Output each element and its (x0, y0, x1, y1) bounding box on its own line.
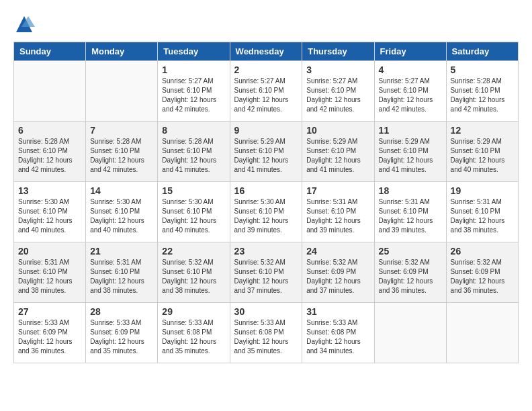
day-info: Sunrise: 5:33 AM Sunset: 6:08 PM Dayligh… (306, 318, 369, 356)
day-cell (446, 303, 518, 363)
day-info: Sunrise: 5:33 AM Sunset: 6:08 PM Dayligh… (162, 318, 225, 356)
day-cell: 16Sunrise: 5:30 AM Sunset: 6:10 PM Dayli… (230, 182, 302, 242)
day-number: 5 (451, 64, 514, 75)
day-info: Sunrise: 5:27 AM Sunset: 6:10 PM Dayligh… (162, 77, 225, 114)
day-number: 24 (306, 246, 369, 257)
day-cell: 8Sunrise: 5:28 AM Sunset: 6:10 PM Daylig… (158, 122, 230, 182)
day-info: Sunrise: 5:27 AM Sunset: 6:10 PM Dayligh… (379, 77, 442, 114)
day-number: 10 (306, 125, 369, 136)
day-cell: 18Sunrise: 5:31 AM Sunset: 6:10 PM Dayli… (374, 182, 446, 242)
week-row-2: 6Sunrise: 5:28 AM Sunset: 6:10 PM Daylig… (14, 122, 519, 182)
day-cell (86, 61, 158, 122)
header-cell-tuesday: Tuesday (158, 42, 230, 61)
day-cell: 3Sunrise: 5:27 AM Sunset: 6:10 PM Daylig… (302, 61, 374, 122)
day-number: 30 (234, 306, 298, 317)
day-info: Sunrise: 5:28 AM Sunset: 6:10 PM Dayligh… (18, 137, 81, 175)
day-cell: 22Sunrise: 5:32 AM Sunset: 6:10 PM Dayli… (158, 242, 230, 303)
day-info: Sunrise: 5:33 AM Sunset: 6:09 PM Dayligh… (90, 318, 153, 356)
day-info: Sunrise: 5:31 AM Sunset: 6:10 PM Dayligh… (18, 258, 81, 295)
day-cell (374, 303, 446, 363)
day-number: 6 (18, 125, 81, 136)
day-number: 15 (162, 185, 225, 196)
day-info: Sunrise: 5:31 AM Sunset: 6:10 PM Dayligh… (90, 258, 153, 295)
day-number: 7 (90, 125, 153, 136)
day-number: 31 (306, 306, 369, 317)
calendar-header: SundayMondayTuesdayWednesdayThursdayFrid… (14, 42, 519, 61)
day-info: Sunrise: 5:31 AM Sunset: 6:10 PM Dayligh… (379, 197, 442, 235)
day-info: Sunrise: 5:33 AM Sunset: 6:09 PM Dayligh… (18, 318, 81, 356)
day-cell: 28Sunrise: 5:33 AM Sunset: 6:09 PM Dayli… (86, 303, 158, 363)
day-cell: 10Sunrise: 5:29 AM Sunset: 6:10 PM Dayli… (302, 122, 374, 182)
day-info: Sunrise: 5:29 AM Sunset: 6:10 PM Dayligh… (234, 137, 298, 175)
day-cell: 9Sunrise: 5:29 AM Sunset: 6:10 PM Daylig… (230, 122, 302, 182)
day-number: 3 (306, 64, 369, 75)
day-number: 14 (90, 185, 153, 196)
day-info: Sunrise: 5:31 AM Sunset: 6:10 PM Dayligh… (306, 197, 369, 235)
week-row-3: 13Sunrise: 5:30 AM Sunset: 6:10 PM Dayli… (14, 182, 519, 242)
day-info: Sunrise: 5:29 AM Sunset: 6:10 PM Dayligh… (451, 137, 514, 175)
day-cell: 12Sunrise: 5:29 AM Sunset: 6:10 PM Dayli… (446, 122, 518, 182)
week-row-1: 1Sunrise: 5:27 AM Sunset: 6:10 PM Daylig… (14, 61, 519, 122)
day-cell: 27Sunrise: 5:33 AM Sunset: 6:09 PM Dayli… (14, 303, 86, 363)
day-cell: 23Sunrise: 5:32 AM Sunset: 6:10 PM Dayli… (230, 242, 302, 303)
day-number: 17 (306, 185, 369, 196)
day-number: 1 (162, 64, 225, 75)
day-number: 18 (379, 185, 442, 196)
day-number: 16 (234, 185, 298, 196)
day-cell: 2Sunrise: 5:27 AM Sunset: 6:10 PM Daylig… (230, 61, 302, 122)
day-info: Sunrise: 5:30 AM Sunset: 6:10 PM Dayligh… (90, 197, 153, 235)
day-cell: 24Sunrise: 5:32 AM Sunset: 6:09 PM Dayli… (302, 242, 374, 303)
day-info: Sunrise: 5:28 AM Sunset: 6:10 PM Dayligh… (90, 137, 153, 175)
day-cell: 1Sunrise: 5:27 AM Sunset: 6:10 PM Daylig… (158, 61, 230, 122)
day-number: 25 (379, 246, 442, 257)
day-cell: 11Sunrise: 5:29 AM Sunset: 6:10 PM Dayli… (374, 122, 446, 182)
day-cell: 20Sunrise: 5:31 AM Sunset: 6:10 PM Dayli… (14, 242, 86, 303)
day-number: 29 (162, 306, 225, 317)
day-number: 13 (18, 185, 81, 196)
day-cell: 5Sunrise: 5:28 AM Sunset: 6:10 PM Daylig… (446, 61, 518, 122)
day-cell: 7Sunrise: 5:28 AM Sunset: 6:10 PM Daylig… (86, 122, 158, 182)
day-info: Sunrise: 5:30 AM Sunset: 6:10 PM Dayligh… (162, 197, 225, 235)
day-info: Sunrise: 5:27 AM Sunset: 6:10 PM Dayligh… (306, 77, 369, 114)
day-number: 8 (162, 125, 225, 136)
day-number: 27 (18, 306, 81, 317)
calendar-table: SundayMondayTuesdayWednesdayThursdayFrid… (13, 42, 519, 363)
day-cell: 21Sunrise: 5:31 AM Sunset: 6:10 PM Dayli… (86, 242, 158, 303)
day-cell: 6Sunrise: 5:28 AM Sunset: 6:10 PM Daylig… (14, 122, 86, 182)
header-cell-monday: Monday (86, 42, 158, 61)
day-info: Sunrise: 5:28 AM Sunset: 6:10 PM Dayligh… (451, 77, 514, 114)
logo-icon (13, 13, 35, 35)
day-number: 19 (451, 185, 514, 196)
day-cell: 25Sunrise: 5:32 AM Sunset: 6:09 PM Dayli… (374, 242, 446, 303)
day-cell: 26Sunrise: 5:32 AM Sunset: 6:09 PM Dayli… (446, 242, 518, 303)
week-row-5: 27Sunrise: 5:33 AM Sunset: 6:09 PM Dayli… (14, 303, 519, 363)
day-number: 12 (451, 125, 514, 136)
page-header (13, 13, 519, 35)
day-cell: 17Sunrise: 5:31 AM Sunset: 6:10 PM Dayli… (302, 182, 374, 242)
day-number: 4 (379, 64, 442, 75)
header-row: SundayMondayTuesdayWednesdayThursdayFrid… (14, 42, 519, 61)
header-cell-thursday: Thursday (302, 42, 374, 61)
day-number: 2 (234, 64, 298, 75)
day-number: 26 (451, 246, 514, 257)
day-number: 22 (162, 246, 225, 257)
calendar-body: 1Sunrise: 5:27 AM Sunset: 6:10 PM Daylig… (14, 61, 519, 363)
day-cell: 15Sunrise: 5:30 AM Sunset: 6:10 PM Dayli… (158, 182, 230, 242)
logo (13, 13, 39, 35)
day-info: Sunrise: 5:27 AM Sunset: 6:10 PM Dayligh… (234, 77, 298, 114)
day-cell: 4Sunrise: 5:27 AM Sunset: 6:10 PM Daylig… (374, 61, 446, 122)
day-cell: 14Sunrise: 5:30 AM Sunset: 6:10 PM Dayli… (86, 182, 158, 242)
day-info: Sunrise: 5:31 AM Sunset: 6:10 PM Dayligh… (451, 197, 514, 235)
day-info: Sunrise: 5:30 AM Sunset: 6:10 PM Dayligh… (18, 197, 81, 235)
day-info: Sunrise: 5:28 AM Sunset: 6:10 PM Dayligh… (162, 137, 225, 175)
day-info: Sunrise: 5:29 AM Sunset: 6:10 PM Dayligh… (306, 137, 369, 175)
day-number: 9 (234, 125, 298, 136)
header-cell-friday: Friday (374, 42, 446, 61)
day-info: Sunrise: 5:32 AM Sunset: 6:09 PM Dayligh… (306, 258, 369, 295)
header-cell-wednesday: Wednesday (230, 42, 302, 61)
day-cell: 13Sunrise: 5:30 AM Sunset: 6:10 PM Dayli… (14, 182, 86, 242)
day-info: Sunrise: 5:29 AM Sunset: 6:10 PM Dayligh… (379, 137, 442, 175)
week-row-4: 20Sunrise: 5:31 AM Sunset: 6:10 PM Dayli… (14, 242, 519, 303)
day-info: Sunrise: 5:32 AM Sunset: 6:10 PM Dayligh… (234, 258, 298, 295)
day-cell: 29Sunrise: 5:33 AM Sunset: 6:08 PM Dayli… (158, 303, 230, 363)
